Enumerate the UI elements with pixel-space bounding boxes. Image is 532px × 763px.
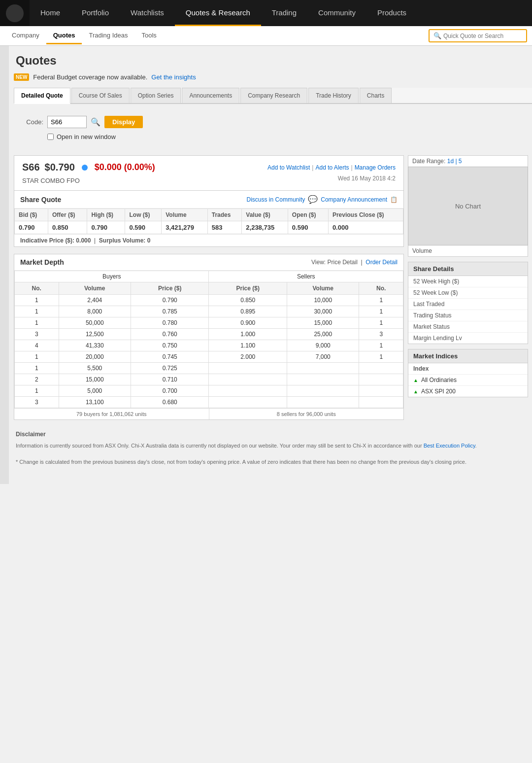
buyer-price: 0.790 xyxy=(131,295,209,306)
buyer-price: 0.710 xyxy=(131,374,209,385)
open-new-window-label: Open in new window xyxy=(57,133,116,140)
order-detail-link[interactable]: Order Detail xyxy=(366,259,398,266)
nav-portfolio[interactable]: Portfolio xyxy=(71,0,120,26)
market-depth-section: Market Depth View: Price Detail | Order … xyxy=(14,254,404,420)
nav-products[interactable]: Products xyxy=(366,0,417,26)
code-input[interactable] xyxy=(47,116,87,128)
content-area: Quotes NEW Federal Budget coverage now a… xyxy=(0,46,532,484)
detail-market-status: Market Status xyxy=(408,321,528,333)
alert-link[interactable]: Get the insights xyxy=(151,73,196,81)
subnav-company[interactable]: Company xyxy=(5,28,46,44)
detail-margin-lending: Margin Lending Lv xyxy=(408,333,528,344)
ticker-change: $0.000 (0.00%) xyxy=(95,162,155,173)
search-icon: 🔍 xyxy=(433,32,441,39)
seller-price: 1.000 xyxy=(209,329,287,340)
nav-quotes-research[interactable]: Quotes & Research xyxy=(175,0,261,26)
quote-panel-area: S66 $0.790 $0.000 (0.00%) Add to Watchli… xyxy=(14,155,532,420)
surplus-volume: Surplus Volume: 0 xyxy=(99,237,150,244)
seller-price xyxy=(209,374,287,385)
val-volume: 3,421,279 xyxy=(162,221,208,234)
buyer-volume: 15,000 xyxy=(59,374,131,385)
col-seller-volume: Volume xyxy=(287,282,359,295)
market-depth-links: View: Price Detail | Order Detail xyxy=(311,259,398,266)
tab-company-research[interactable]: Company Research xyxy=(240,88,307,103)
nav-trading[interactable]: Trading xyxy=(261,0,307,26)
top-nav: Home Portfolio Watchlists Quotes & Resea… xyxy=(0,0,532,26)
subnav-tools[interactable]: Tools xyxy=(134,28,163,44)
buyer-volume: 2,404 xyxy=(59,295,131,306)
quote-panel-sidebar: Date Range: 1d | 5 No Chart Volume Share… xyxy=(404,155,532,420)
tab-option-series[interactable]: Option Series xyxy=(131,88,181,103)
main-content: Quotes NEW Federal Budget coverage now a… xyxy=(9,46,532,484)
company-announcement-link[interactable]: Company Announcement xyxy=(321,196,387,203)
index-all-ord-label: All Ordinaries xyxy=(421,377,457,383)
subnav-quotes[interactable]: Quotes xyxy=(46,28,82,44)
no-chart-box: No Chart xyxy=(408,167,528,245)
buyer-volume: 41,330 xyxy=(59,340,131,351)
nav-watchlists[interactable]: Watchlists xyxy=(120,0,175,26)
open-new-window-checkbox[interactable] xyxy=(47,134,54,140)
community-icon: 💬 xyxy=(308,195,318,204)
col-buyer-volume: Volume xyxy=(59,282,131,295)
tab-charts[interactable]: Charts xyxy=(360,88,392,103)
seller-price: 0.850 xyxy=(209,295,287,306)
buyer-no: 1 xyxy=(15,363,59,374)
seller-volume: 7,000 xyxy=(287,351,359,363)
no-chart-label: No Chart xyxy=(455,203,481,210)
tab-detailed-quote[interactable]: Detailed Quote xyxy=(14,88,70,104)
tab-announcements[interactable]: Announcements xyxy=(182,88,239,103)
seller-price xyxy=(209,397,287,408)
seller-no: 1 xyxy=(359,295,403,306)
val-low: 0.590 xyxy=(125,221,162,234)
buyers-header: Buyers xyxy=(15,271,209,282)
buyer-no: 1 xyxy=(15,306,59,317)
display-button[interactable]: Display xyxy=(104,116,143,128)
detail-last-traded-label: Last Traded xyxy=(413,301,444,308)
best-execution-link[interactable]: Best Execution Policy xyxy=(424,443,475,449)
alert-text: Federal Budget coverage now available. xyxy=(33,73,147,81)
seller-price: 2.000 xyxy=(209,351,287,363)
subnav-trading-ideas[interactable]: Trading Ideas xyxy=(82,28,134,44)
disclaimer-text2: * Change is calculated from the previous… xyxy=(16,458,527,466)
date-range-value[interactable]: 1d | 5 xyxy=(447,158,462,165)
table-row: 1 50,000 0.780 0.900 15,000 1 xyxy=(15,317,403,329)
search-input[interactable] xyxy=(443,33,522,39)
detail-last-traded: Last Traded xyxy=(408,299,528,310)
buyer-volume: 12,500 xyxy=(59,329,131,340)
nav-home[interactable]: Home xyxy=(30,0,71,26)
quote-lookup: Code: 🔍 Display Open in new window xyxy=(14,111,532,145)
seller-volume xyxy=(287,374,359,385)
tab-course-of-sales[interactable]: Course Of Sales xyxy=(71,88,130,103)
discuss-community-link[interactable]: Discuss in Community xyxy=(247,196,305,203)
detail-market-status-label: Market Status xyxy=(413,323,450,330)
val-offer: 0.850 xyxy=(48,221,87,234)
buyer-price: 0.725 xyxy=(131,363,209,374)
table-row: 1 2,404 0.790 0.850 10,000 1 xyxy=(15,295,403,306)
new-badge: NEW xyxy=(14,73,29,81)
buyer-price: 0.750 xyxy=(131,340,209,351)
share-quote-section: Share Quote Discuss in Community 💬 Compa… xyxy=(14,191,404,247)
manage-orders-link[interactable]: Manage Orders xyxy=(355,164,396,171)
alert-banner: NEW Federal Budget coverage now availabl… xyxy=(14,73,532,81)
logo[interactable] xyxy=(0,0,30,26)
buyer-volume: 5,000 xyxy=(59,385,131,397)
quick-search-box[interactable]: 🔍 xyxy=(429,29,527,42)
sub-nav: Company Quotes Trading Ideas Tools 🔍 xyxy=(0,26,532,46)
share-quote-links: Discuss in Community 💬 Company Announcem… xyxy=(247,195,398,204)
nav-community[interactable]: Community xyxy=(307,0,366,26)
tab-trade-history[interactable]: Trade History xyxy=(308,88,359,103)
add-to-alerts-link[interactable]: Add to Alerts xyxy=(315,164,349,171)
ticker-dot xyxy=(82,165,88,171)
table-row: 3 12,500 0.760 1.000 25,000 3 xyxy=(15,329,403,340)
val-bid: 0.790 xyxy=(15,221,48,234)
add-to-watchlist-link[interactable]: Add to Watchlist xyxy=(267,164,310,171)
arrow-up-icon: ▲ xyxy=(413,378,418,383)
seller-no xyxy=(359,363,403,374)
disclaimer-text1-content: Information is currently sourced from AS… xyxy=(16,443,422,449)
buyer-volume: 5,500 xyxy=(59,363,131,374)
detail-52w-high-label: 52 Week High ($) xyxy=(413,278,459,285)
detail-trading-status-label: Trading Status xyxy=(413,312,452,319)
code-search-button[interactable]: 🔍 xyxy=(91,117,100,127)
buyer-no: 1 xyxy=(15,351,59,363)
seller-volume: 25,000 xyxy=(287,329,359,340)
